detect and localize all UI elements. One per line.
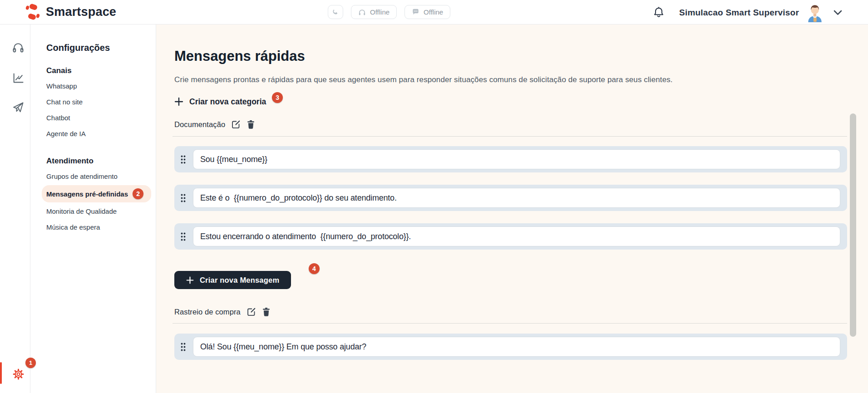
page-description: Crie mensagens prontas e rápidas para qu… <box>174 75 673 84</box>
create-message-step-badge: 4 <box>309 263 320 274</box>
sidebar-item-agente-de-ia[interactable]: Agente de IA <box>30 126 156 142</box>
status-group: Offline Offline <box>328 5 450 19</box>
sidebar-heading-canais: Canais <box>46 66 156 75</box>
category-header-documentacao: Documentação <box>174 120 255 129</box>
headset-icon <box>12 41 25 54</box>
main-content: Mensagens rápidas Crie mensagens prontas… <box>156 25 868 393</box>
sidebar-item-chatbot[interactable]: Chatbot <box>30 110 156 126</box>
settings-notification-badge: 1 <box>25 358 36 368</box>
drag-handle-icon[interactable] <box>180 232 186 241</box>
user-avatar[interactable] <box>805 3 824 22</box>
create-message-label: Criar nova Mensagem <box>200 276 279 285</box>
chevron-down-icon <box>833 10 842 15</box>
category-divider <box>173 323 847 324</box>
delete-category-button[interactable] <box>247 120 255 129</box>
create-message-button[interactable]: Criar nova Mensagem <box>174 271 291 289</box>
create-category-step-badge: 3 <box>272 92 283 103</box>
plus-icon <box>186 276 194 284</box>
sidebar-item-monitoria-de-qualidade[interactable]: Monitoria de Qualidade <box>30 203 156 219</box>
page-title: Mensagens rápidas <box>174 48 305 64</box>
avatar-illustration <box>805 3 824 22</box>
chat-status-label: Offline <box>424 8 443 16</box>
voice-status-pill[interactable]: Offline <box>351 5 397 19</box>
rail-campaigns-button[interactable] <box>12 101 25 114</box>
message-input[interactable]: Sou {{meu_nome}} <box>193 149 840 169</box>
create-category-label: Criar nova categoria <box>189 97 266 107</box>
create-category-button[interactable]: Criar nova categoria 3 <box>174 96 283 107</box>
category-header-rastreio: Rastreio de compra <box>174 307 271 317</box>
voice-status-label: Offline <box>370 8 390 16</box>
message-row: Este é o {{numero_do_protocolo}} do seu … <box>174 185 847 211</box>
category-name: Rastreio de compra <box>174 308 241 316</box>
brand-name: Smartspace <box>46 5 116 19</box>
bell-icon <box>653 6 665 19</box>
edit-icon <box>231 120 241 129</box>
phone-status-button[interactable] <box>328 5 343 19</box>
headset-status-icon <box>358 9 366 16</box>
trash-icon <box>262 307 271 317</box>
sidebar-step-badge: 2 <box>133 188 143 199</box>
rail-settings-button[interactable] <box>12 368 25 380</box>
chat-status-pill[interactable]: Offline <box>404 5 450 19</box>
user-name: Simulacao Smart Supervisor <box>679 8 799 18</box>
sidebar-item-mensagens-pre-definidas[interactable]: Mensagens pré-definidas 2 <box>42 185 151 202</box>
category-divider <box>173 136 847 137</box>
sidebar-item-chat-no-site[interactable]: Chat no site <box>30 94 156 110</box>
sidebar-active-label: Mensagens pré-definidas <box>46 190 128 198</box>
line-chart-icon <box>12 72 25 84</box>
message-row: Sou {{meu_nome}} <box>174 146 847 172</box>
user-menu-chevron[interactable] <box>833 10 842 15</box>
paper-plane-icon <box>12 101 25 114</box>
trash-icon <box>247 120 255 129</box>
smartspace-logo-icon <box>25 4 41 20</box>
message-input[interactable]: Olá! Sou {{meu_nome}} Em que posso ajuda… <box>193 337 840 357</box>
drag-handle-icon[interactable] <box>180 342 186 352</box>
vertical-scrollbar[interactable] <box>850 113 856 337</box>
rail-support-button[interactable] <box>12 41 25 54</box>
sidebar-item-grupos-de-atendimento[interactable]: Grupos de atendimento <box>30 168 156 184</box>
phone-icon <box>331 8 340 16</box>
notifications-button[interactable] <box>653 6 665 19</box>
category-name: Documentação <box>174 120 225 129</box>
icon-rail: 1 <box>0 25 30 393</box>
active-section-indicator <box>0 362 2 384</box>
message-input[interactable]: Este é o {{numero_do_protocolo}} do seu … <box>193 188 840 208</box>
drag-handle-icon[interactable] <box>180 193 186 203</box>
topbar: Smartspace Offline <box>0 0 868 25</box>
app-window: Smartspace Offline <box>0 0 868 393</box>
sidebar-title: Configurações <box>46 43 156 53</box>
sidebar-item-musica-de-espera[interactable]: Música de espera <box>30 219 156 235</box>
drag-handle-icon[interactable] <box>180 155 186 164</box>
settings-sidebar: Configurações Canais Whatsapp Chat no si… <box>30 25 156 393</box>
brand-logo[interactable]: Smartspace <box>25 4 116 20</box>
user-area: Simulacao Smart Supervisor <box>653 3 842 23</box>
rail-reports-button[interactable] <box>12 72 25 84</box>
delete-category-button[interactable] <box>262 307 271 317</box>
sidebar-item-whatsapp[interactable]: Whatsapp <box>30 78 156 94</box>
plus-icon <box>174 97 183 106</box>
edit-category-button[interactable] <box>231 120 241 129</box>
message-row: Olá! Sou {{meu_nome}} Em que posso ajuda… <box>174 334 847 360</box>
edit-icon <box>247 307 256 317</box>
gear-icon <box>12 368 25 380</box>
chat-bubble-icon <box>412 9 419 15</box>
sidebar-heading-atendimento: Atendimento <box>46 157 156 166</box>
message-input[interactable]: Estou encerrando o atendimento {{numero_… <box>193 226 840 246</box>
message-row: Estou encerrando o atendimento {{numero_… <box>174 223 847 250</box>
edit-category-button[interactable] <box>247 307 256 317</box>
